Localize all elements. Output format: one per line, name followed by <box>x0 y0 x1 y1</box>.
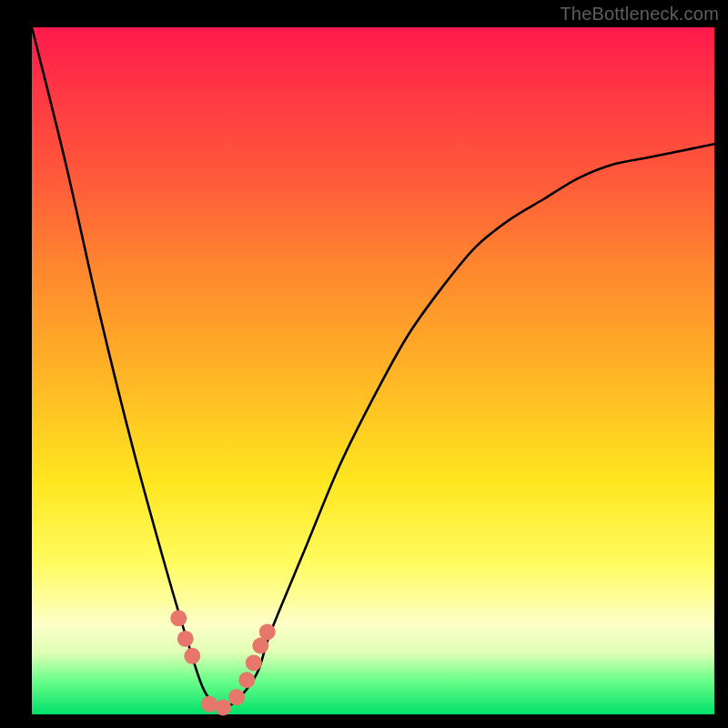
highlighted-points <box>170 610 276 715</box>
bottleneck-curve <box>32 27 714 709</box>
chart-frame: TheBottleneck.com <box>0 0 728 728</box>
marker-dot <box>177 631 194 647</box>
marker-dot <box>259 623 276 640</box>
marker-dot <box>215 699 231 715</box>
marker-dot <box>246 654 262 671</box>
watermark-label: TheBottleneck.com <box>560 4 719 25</box>
marker-dot <box>184 648 200 664</box>
marker-dot <box>228 689 245 705</box>
marker-dot <box>170 610 187 626</box>
marker-dot <box>201 696 217 713</box>
chart-svg <box>32 27 714 714</box>
marker-dot <box>238 672 255 688</box>
